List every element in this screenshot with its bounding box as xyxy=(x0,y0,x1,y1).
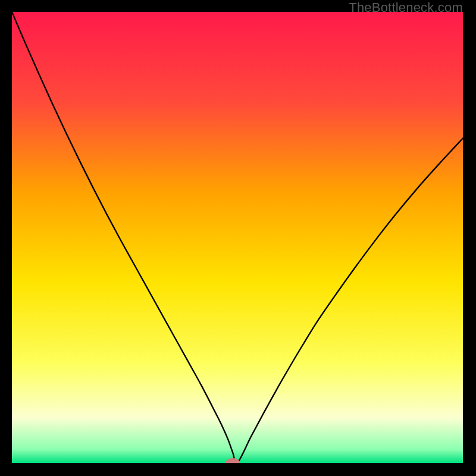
bottleneck-chart xyxy=(12,12,463,463)
gradient-background xyxy=(12,12,463,463)
chart-frame xyxy=(12,12,463,463)
watermark-text: TheBottleneck.com xyxy=(349,0,463,15)
